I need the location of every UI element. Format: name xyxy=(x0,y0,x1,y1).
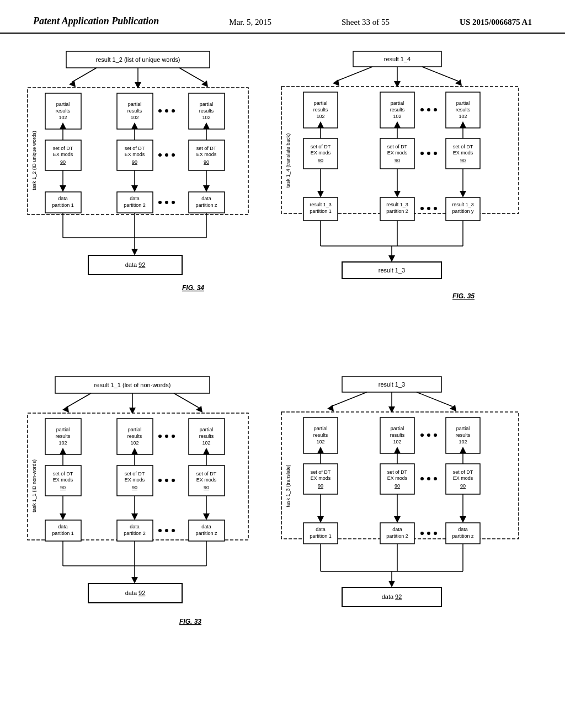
svg-text:results: results xyxy=(56,433,71,439)
svg-point-237 xyxy=(420,433,424,437)
svg-text:results: results xyxy=(127,108,142,114)
svg-point-238 xyxy=(427,433,430,437)
svg-line-2 xyxy=(72,68,97,82)
svg-text:partition z: partition z xyxy=(195,531,217,536)
svg-line-148 xyxy=(66,393,91,408)
svg-text:set of DT: set of DT xyxy=(453,144,473,149)
sheet-info: Sheet 33 of 55 xyxy=(342,18,390,27)
svg-point-114 xyxy=(434,152,437,155)
svg-text:EX mods: EX mods xyxy=(453,150,473,156)
svg-point-204 xyxy=(158,529,162,532)
svg-text:90: 90 xyxy=(60,159,66,165)
svg-text:102: 102 xyxy=(393,439,401,445)
svg-text:data: data xyxy=(130,524,140,529)
publication-date: Mar. 5, 2015 xyxy=(229,18,271,27)
svg-text:set of DT: set of DT xyxy=(387,144,408,149)
svg-point-41 xyxy=(172,153,175,157)
svg-text:90: 90 xyxy=(204,485,209,490)
svg-point-92 xyxy=(427,108,430,111)
svg-text:90: 90 xyxy=(395,158,400,163)
fig33-diagram: result 1_1 (list of non-words) task 1_1 … xyxy=(22,376,259,695)
svg-text:results: results xyxy=(313,107,328,113)
fig35-top-diagram: result 1_4 task 1_4 (translate back) par… xyxy=(270,50,541,365)
svg-marker-69 xyxy=(131,249,138,255)
svg-line-6 xyxy=(179,68,204,82)
svg-point-165 xyxy=(165,435,168,438)
svg-text:partial: partial xyxy=(314,426,328,431)
svg-marker-215 xyxy=(131,577,138,584)
svg-text:EX mods: EX mods xyxy=(387,475,408,481)
svg-point-39 xyxy=(158,153,162,157)
svg-marker-222 xyxy=(327,405,334,411)
svg-marker-288 xyxy=(388,581,395,587)
svg-text:EX mods: EX mods xyxy=(125,477,145,483)
svg-text:results: results xyxy=(390,107,405,113)
svg-text:set of DT: set of DT xyxy=(387,469,408,475)
svg-text:FIG. 33: FIG. 33 xyxy=(179,618,201,625)
svg-text:results: results xyxy=(456,432,471,438)
svg-text:result 1_3: result 1_3 xyxy=(386,202,408,207)
svg-text:EX mods: EX mods xyxy=(311,150,331,156)
svg-text:result 1_2 (list of unique wor: result 1_2 (list of unique words) xyxy=(96,56,180,63)
svg-text:partial: partial xyxy=(391,100,404,106)
svg-text:partial: partial xyxy=(56,427,70,432)
svg-text:90: 90 xyxy=(204,159,209,165)
svg-point-133 xyxy=(434,207,437,210)
svg-point-164 xyxy=(158,435,162,438)
svg-text:102: 102 xyxy=(316,439,324,445)
svg-text:set of DT: set of DT xyxy=(125,146,145,151)
page-header: Patent Application Publication Mar. 5, 2… xyxy=(0,0,565,34)
patent-number: US 2015/0066875 A1 xyxy=(460,18,532,27)
svg-text:result 1_3: result 1_3 xyxy=(379,381,405,388)
svg-text:partition z: partition z xyxy=(452,533,474,539)
svg-text:results: results xyxy=(456,107,471,113)
svg-text:FIG. 34: FIG. 34 xyxy=(182,284,204,292)
svg-text:partial: partial xyxy=(200,101,214,107)
svg-point-58 xyxy=(158,201,162,204)
svg-text:102: 102 xyxy=(58,115,67,120)
svg-text:102: 102 xyxy=(316,114,324,119)
svg-point-185 xyxy=(158,479,162,482)
svg-text:data: data xyxy=(316,527,326,532)
svg-line-152 xyxy=(174,393,199,408)
svg-text:data: data xyxy=(201,196,211,201)
svg-text:data 92: data 92 xyxy=(125,590,146,596)
svg-text:90: 90 xyxy=(132,159,137,165)
svg-point-187 xyxy=(172,479,175,482)
svg-text:90: 90 xyxy=(318,158,323,163)
svg-text:partition 1: partition 1 xyxy=(310,533,332,539)
svg-line-79 xyxy=(422,67,458,81)
svg-text:90: 90 xyxy=(60,485,66,490)
svg-text:partition 1: partition 1 xyxy=(310,208,332,214)
main-content: result 1_2 (list of unique words) task 1… xyxy=(0,34,565,718)
svg-point-113 xyxy=(427,152,430,155)
svg-text:102: 102 xyxy=(393,114,401,119)
publication-title: Patent Application Publication xyxy=(33,15,159,27)
svg-text:partition 1: partition 1 xyxy=(52,531,74,536)
svg-point-19 xyxy=(165,109,168,113)
svg-text:102: 102 xyxy=(130,440,138,446)
svg-text:partial: partial xyxy=(314,100,328,106)
svg-line-221 xyxy=(331,392,367,406)
svg-text:EX mods: EX mods xyxy=(196,152,217,157)
svg-text:partial: partial xyxy=(200,427,214,432)
svg-text:EX mods: EX mods xyxy=(196,477,217,483)
svg-text:partial: partial xyxy=(128,101,142,107)
svg-text:set of DT: set of DT xyxy=(125,471,145,477)
svg-text:90: 90 xyxy=(460,483,466,489)
svg-text:EX mods: EX mods xyxy=(387,150,408,156)
svg-text:partition 1: partition 1 xyxy=(52,202,74,208)
svg-point-40 xyxy=(165,153,168,157)
svg-point-206 xyxy=(172,529,175,532)
svg-point-59 xyxy=(165,201,168,204)
svg-text:partial: partial xyxy=(128,427,142,432)
svg-text:102: 102 xyxy=(459,439,467,445)
svg-text:EX mods: EX mods xyxy=(53,152,73,157)
svg-point-18 xyxy=(158,109,162,113)
svg-point-278 xyxy=(427,532,430,535)
svg-point-91 xyxy=(420,108,424,111)
svg-text:result 1_1 (list of non-words): result 1_1 (list of non-words) xyxy=(94,382,171,388)
svg-text:EX mods: EX mods xyxy=(125,152,145,157)
svg-marker-76 xyxy=(333,79,339,86)
svg-point-60 xyxy=(172,201,175,204)
